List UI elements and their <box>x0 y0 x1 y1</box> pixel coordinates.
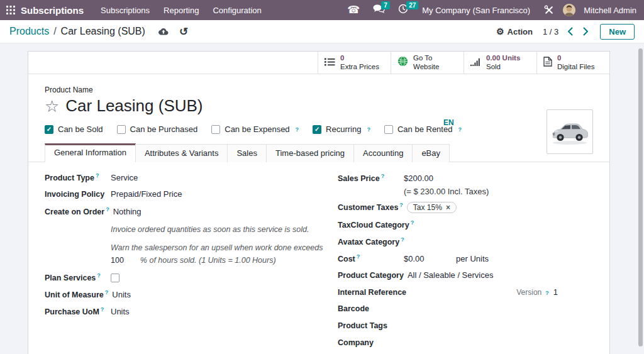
help-icon[interactable]: ? <box>96 172 99 179</box>
field-unit-of-measure: Unit of Measure? Units <box>45 289 321 300</box>
product-tags-label: Product Tags <box>338 321 404 330</box>
menu-reporting[interactable]: Reporting <box>157 1 206 19</box>
help-icon[interactable]: ? <box>367 126 370 133</box>
avatax-category-label: Avatax Category? <box>338 236 408 246</box>
vertical-scrollbar[interactable] <box>638 48 643 346</box>
product-sheet: 0 Extra Prices Go To Website 0.00 Unit <box>28 51 610 354</box>
help-icon[interactable]: ? <box>296 126 299 133</box>
messages-menu[interactable]: 7 <box>369 0 389 20</box>
pager-value: 1 / 3 <box>543 27 558 36</box>
barcode-label: Barcode <box>338 304 404 313</box>
plan-services-checkbox[interactable] <box>111 274 119 282</box>
stat-button-units-sold[interactable]: 0.00 Units Sold <box>464 52 536 74</box>
breadcrumb-current: Car Leasing (SUB) <box>61 26 145 37</box>
top-navbar: Subscriptions Subscriptions Reporting Co… <box>0 0 644 20</box>
help-icon[interactable]: ? <box>97 272 101 279</box>
app-name[interactable]: Subscriptions <box>21 5 84 16</box>
upsell-helper-suffix: % of hours sold. (1 Units = 1.00 Hours) <box>140 256 276 265</box>
cost-label: Cost? <box>338 253 404 263</box>
product-category-value[interactable]: All / Saleable / Services <box>408 270 494 280</box>
translation-language-button[interactable]: EN <box>443 118 454 127</box>
help-icon[interactable]: ? <box>411 219 414 226</box>
apps-grid-icon[interactable] <box>6 6 15 14</box>
favorite-star-icon[interactable]: ☆ <box>45 98 59 114</box>
recurring-label: Recurring <box>326 124 361 134</box>
checkbox-can-be-sold[interactable]: ✓ Can be Sold <box>45 124 103 134</box>
field-purchase-uom: Purchase UoM? Units <box>45 306 321 317</box>
purchase-uom-value[interactable]: Units <box>111 307 130 316</box>
tab-ebay[interactable]: eBay <box>412 144 450 162</box>
unit-of-measure-value[interactable]: Units <box>112 290 131 299</box>
pager: 1 / 3 <box>543 26 590 37</box>
can-be-sold-checkbox[interactable]: ✓ <box>45 125 53 134</box>
checkbox-can-be-purchased[interactable]: Can be Purchased <box>117 124 198 134</box>
discard-undo-icon[interactable]: ↺ <box>179 26 188 37</box>
product-type-value[interactable]: Service <box>111 173 138 182</box>
stat-button-digital-files[interactable]: 0 Digital Files <box>536 52 609 74</box>
checkbox-can-be-expensed[interactable]: Can be Expensed ? <box>211 124 299 134</box>
help-icon[interactable]: ? <box>101 306 104 313</box>
field-internal-reference: Internal Reference Version ? 1 <box>338 287 593 298</box>
can-be-sold-label: Can be Sold <box>58 124 103 134</box>
phone-icon: ☎ <box>347 5 360 15</box>
tab-attributes-variants[interactable]: Attributes & Variants <box>135 144 228 162</box>
tax-tag[interactable]: Tax 15% × <box>407 202 457 213</box>
help-icon[interactable]: ? <box>401 236 404 243</box>
breadcrumb-products-link[interactable]: Products <box>9 26 49 37</box>
invoice-helper-text: Invoice ordered quantities as soon as th… <box>111 223 321 236</box>
product-image[interactable] <box>547 109 593 154</box>
help-icon[interactable]: ? <box>357 253 360 260</box>
product-title[interactable]: Car Leasing (SUB) <box>65 96 203 116</box>
menu-configuration[interactable]: Configuration <box>206 1 268 19</box>
help-icon[interactable]: ? <box>105 289 109 296</box>
left-field-column: Product Type? Service Invoicing Policy P… <box>45 172 321 354</box>
sales-price-incl-taxes: (= $ 230.00 Incl. Taxes) <box>404 187 489 196</box>
create-on-order-value[interactable]: Nothing <box>113 207 142 216</box>
help-icon[interactable]: ? <box>458 126 462 133</box>
new-button[interactable]: New <box>600 24 635 40</box>
tab-general-information[interactable]: General Information <box>45 143 136 162</box>
chart-bars-icon <box>470 57 481 69</box>
cost-value[interactable]: $0.00 <box>404 254 456 263</box>
invoicing-policy-value[interactable]: Prepaid/Fixed Price <box>111 189 182 199</box>
sales-price-value[interactable]: $200.00 <box>404 174 433 183</box>
recurring-checkbox[interactable]: ✓ <box>313 125 321 134</box>
user-name[interactable]: Mitchell Admin <box>580 6 636 15</box>
can-be-expensed-label: Can be Expensed <box>225 124 289 134</box>
checkbox-recurring[interactable]: ✓ Recurring ? <box>313 124 370 134</box>
debug-tools-icon[interactable] <box>540 0 558 20</box>
cost-unit: per Units <box>456 254 489 263</box>
check-icon: ✓ <box>47 126 52 133</box>
can-be-rented-checkbox[interactable] <box>384 125 393 134</box>
pager-previous-icon[interactable] <box>566 26 574 37</box>
units-sold-label: Sold <box>486 63 520 72</box>
voip-phone-icon[interactable]: ☎ <box>343 0 364 20</box>
company-switcher[interactable]: My Company (San Francisco) <box>417 6 535 15</box>
file-icon <box>543 57 552 69</box>
can-be-expensed-checkbox[interactable] <box>211 125 220 134</box>
pager-next-icon[interactable] <box>582 26 590 37</box>
tab-accounting[interactable]: Accounting <box>353 144 413 162</box>
can-be-purchased-checkbox[interactable] <box>117 125 126 134</box>
field-company: Company <box>338 338 593 349</box>
help-icon[interactable]: ? <box>106 206 109 213</box>
help-icon[interactable]: ? <box>545 290 549 296</box>
tab-time-based-pricing[interactable]: Time-based pricing <box>266 144 354 162</box>
upsell-percentage-input[interactable]: 100 <box>111 256 124 265</box>
digital-files-count: 0 <box>557 54 594 63</box>
avatar[interactable] <box>563 4 575 16</box>
extra-prices-count: 0 <box>340 54 379 63</box>
help-icon[interactable]: ? <box>381 173 385 179</box>
website-value: Go To <box>413 54 439 63</box>
field-avatax-category: Avatax Category? <box>338 236 593 247</box>
stat-button-go-to-website[interactable]: Go To Website <box>391 52 464 74</box>
action-menu-button[interactable]: ⚙ Action <box>496 27 533 36</box>
tag-remove-icon[interactable]: × <box>446 204 450 211</box>
stat-button-extra-prices[interactable]: 0 Extra Prices <box>318 52 391 74</box>
save-cloud-icon[interactable] <box>157 28 169 36</box>
help-icon[interactable]: ? <box>399 202 403 208</box>
activities-menu[interactable]: 27 <box>394 0 413 20</box>
menu-subscriptions[interactable]: Subscriptions <box>94 1 157 19</box>
tab-sales[interactable]: Sales <box>227 144 267 162</box>
field-create-on-order: Create on Order? Nothing <box>45 206 321 217</box>
